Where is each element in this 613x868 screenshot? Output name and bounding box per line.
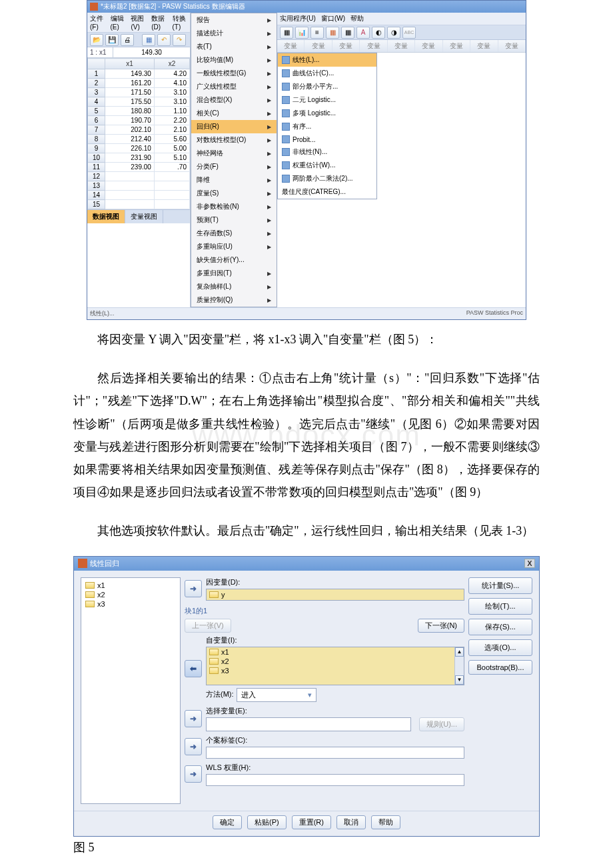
menu-item: 非参数检验(N)▶ [191,200,277,213]
menu-data[interactable]: 数据(D) [151,14,167,31]
toolbar-icon[interactable]: ◑ [387,27,400,39]
col-header-x2[interactable]: x2 [154,59,189,69]
menu-item: 表(T)▶ [191,40,277,53]
dialog-titlebar: 线性回归 X [74,557,539,571]
menu-item: 描述统计▶ [191,27,277,40]
toolbar-icon[interactable]: ▦ [341,27,354,39]
scrollbar[interactable]: ▲ ▼ [454,647,464,685]
table-row: 2161.204.10 [88,79,190,88]
paste-button[interactable]: 粘贴(P) [247,815,287,829]
bootstrap-button[interactable]: Bootstrap(B)... [468,660,532,675]
open-icon[interactable]: 📂 [90,34,103,46]
next-block-button[interactable]: 下一张(N) [418,619,464,633]
linear-regression-dialog: 线性回归 X x1 x2 x3 ➜ 因变量(D): y [73,556,540,837]
analyze-menu[interactable]: 报告▶ 描述统计▶ 表(T)▶ 比较均值(M)▶ 一般线性模型(G)▶ 广义线性… [191,13,277,307]
reset-button[interactable]: 重置(R) [292,815,331,829]
menu-item: 多重响应(U)▶ [191,240,277,253]
cell-value[interactable]: 149.30 [113,47,190,57]
source-variable-list[interactable]: x1 x2 x3 [81,577,181,804]
redo-icon[interactable]: ↷ [173,34,186,46]
toolbar-icon[interactable]: ◐ [372,27,385,39]
menu-help[interactable]: 帮助 [350,14,364,23]
menu-item-regression: 回归(R)▶ [191,120,277,133]
toolbar-left: 📂 💾 🖨 ▦ ↶ ↷ [87,33,190,47]
rule-button[interactable]: 规则(U)... [419,717,464,731]
cell-address-bar: 1 : x1 149.30 [87,47,190,58]
submenu-item: 二元 Logistic... [278,93,376,107]
scroll-up-button[interactable]: ▲ [455,647,464,657]
paragraph-2: 然后选择相关要输出的结果：①点击右上角"统计量（s）"："回归系数"下选择"估计… [73,367,540,503]
dialog-icon [78,559,87,568]
scale-icon [85,591,95,598]
table-row: 14 [88,191,190,200]
toolbar-icon[interactable]: ▦ [280,27,293,39]
menu-edit[interactable]: 编辑(E) [111,14,126,31]
toolbar-icon[interactable]: 📊 [295,27,308,39]
move-to-dependent-button[interactable]: ➜ [185,580,202,597]
paragraph-1: 将因变量 Y 调入"因变量"栏，将 x1-x3 调入"自变量"栏（图 5）： [73,328,540,351]
menu-window[interactable]: 窗口(W) [321,14,345,23]
submenu-item: 非线性(N)... [278,145,376,159]
print-icon[interactable]: 🖨 [121,34,134,46]
cancel-button[interactable]: 取消 [336,815,366,829]
menu-utilities[interactable]: 实用程序(U) [280,14,316,23]
table-row: 3171.503.10 [88,88,190,97]
table-row: 10231.905.10 [88,153,190,163]
chart-icon [282,135,290,143]
toolbar-abc-icon[interactable]: ABC [402,27,416,39]
menubar-right[interactable]: 实用程序(U) 窗口(W) 帮助 [277,13,526,25]
move-to-caselabel-button[interactable]: ➜ [185,738,202,755]
scale-icon [209,649,219,655]
move-to-independent-button[interactable]: ⬅ [185,660,202,677]
close-button[interactable]: X [524,559,535,568]
undo-icon[interactable]: ↶ [157,34,171,46]
dependent-label: 因变量(D): [206,577,464,587]
tab-data-view[interactable]: 数据视图 [87,210,125,223]
case-label-field[interactable] [206,747,464,759]
regression-submenu[interactable]: 线性(L)... 曲线估计(C)... 部分最小平方... 二元 Logisti… [277,53,377,199]
table-row: 13 [88,181,190,191]
plots-button[interactable]: 绘制(T)... [468,598,532,615]
menubar-left[interactable]: 文件(F) 编辑(E) 视图(V) 数据(D) 转换(T) [87,13,190,33]
scroll-down-button[interactable]: ▼ [455,675,464,685]
options-button[interactable]: 选项(O)... [468,639,532,656]
menu-item: 混合模型(X)▶ [191,93,277,107]
col-header-x1[interactable]: x1 [105,59,155,69]
status-bar: 线性(L)... PASW Statistics Proc [87,307,526,319]
move-to-selection-button[interactable]: ➜ [185,710,202,727]
independent-list[interactable]: x1 x2 x3 ▲ ▼ [206,647,464,685]
toolbar-icon[interactable]: ≡ [310,27,324,39]
wls-label: WLS 权重(H): [206,763,464,773]
menu-view[interactable]: 视图(V) [131,14,146,31]
table-row: 4175.503.10 [88,97,190,107]
wls-field[interactable] [206,774,464,786]
save-button[interactable]: 保存(S)... [468,619,532,635]
data-icon[interactable]: ▦ [142,34,155,46]
save-icon[interactable]: 💾 [105,34,119,46]
scale-icon [209,658,219,665]
cell-address: 1 : x1 [87,47,113,57]
data-grid[interactable]: x1 x2 1149.304.20 2161.204.10 3171.503.1… [87,58,190,209]
empty-column-headers: 变量 变量 变量 变量 变量 变量 变量 变量 变量 [277,40,526,53]
window-titlebar: *未标题2 [数据集2] - PASW Statistics 数据编辑器 [87,1,526,13]
prev-block-button[interactable]: 上一张(V) [185,619,231,633]
menu-transform[interactable]: 转换(T) [173,14,188,31]
corner-header [88,59,105,69]
list-item: x2 [84,590,177,599]
statistics-button[interactable]: 统计量(S)... [468,577,532,594]
tab-variable-view[interactable]: 变量视图 [125,210,163,223]
submenu-linear: 线性(L)... [278,53,376,67]
dependent-field[interactable]: y [206,589,464,601]
ok-button[interactable]: 确定 [213,815,242,829]
method-combobox[interactable]: 进入 ▾ [237,688,316,702]
toolbar-icon[interactable]: A [356,27,370,39]
menu-item: 广义线性模型▶ [191,80,277,93]
selection-var-field[interactable] [206,717,411,731]
toolbar-icon[interactable]: ▦ [326,27,339,39]
menu-file[interactable]: 文件(F) [90,14,105,31]
table-row: 5180.801.10 [88,107,190,116]
chart-icon [282,96,290,104]
chart-icon [282,109,290,117]
help-button[interactable]: 帮助 [371,815,400,829]
move-to-wls-button[interactable]: ➜ [185,765,202,783]
